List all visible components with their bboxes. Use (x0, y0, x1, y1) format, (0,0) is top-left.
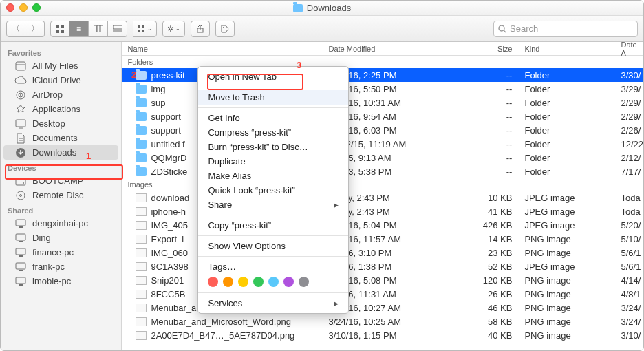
col-date[interactable]: Date Modified (328, 45, 466, 53)
sidebar-item-label: Downloads (32, 147, 76, 158)
context-item[interactable]: Services▶ (198, 296, 348, 310)
file-kind: JPEG image (524, 262, 621, 272)
context-item[interactable]: Quick Look “press-kit” (198, 183, 348, 198)
file-kind: JPEG image (524, 193, 621, 203)
context-item[interactable]: Get Info (198, 111, 348, 125)
minimize-button[interactable] (19, 3, 28, 12)
context-menu: Open in New TabMove to TrashGet InfoComp… (197, 66, 349, 314)
file-date: Today, 2:43 PM (328, 206, 466, 217)
context-item[interactable]: Compress “press-kit” (198, 125, 348, 140)
tags-button[interactable] (215, 21, 235, 37)
sidebar-item-airdrop[interactable]: AirDrop (1, 87, 121, 102)
tag-color[interactable] (283, 277, 294, 287)
search-field[interactable]: Search (493, 21, 638, 37)
sidebar-item-downloads[interactable]: Downloads (3, 145, 118, 160)
context-item[interactable]: Burn “press-kit” to Disc… (198, 140, 348, 154)
tag-color[interactable] (253, 277, 264, 287)
context-item[interactable]: Make Alias (198, 169, 348, 183)
col-name[interactable]: Name (122, 45, 328, 53)
file-date: 5/10/16, 11:57 AM (328, 234, 466, 244)
tag-color[interactable] (238, 277, 248, 287)
context-item[interactable]: Share▶ (198, 198, 348, 212)
action-button[interactable]: ✲ ⌄ (162, 21, 185, 37)
file-size: 23 KB (466, 248, 524, 258)
sidebar-item-applications[interactable]: Applications (1, 102, 121, 116)
context-item-label: Duplicate (208, 156, 245, 167)
forward-button[interactable]: 〉 (25, 21, 45, 37)
file-row[interactable]: 2A00E7D4_B47…_5AE787D04.png3/10/16, 1:15… (122, 328, 643, 342)
sidebar-item-desktop[interactable]: Desktop (1, 116, 121, 131)
svg-rect-10 (138, 25, 140, 28)
zoom-button[interactable] (32, 3, 41, 12)
svg-rect-25 (16, 120, 25, 127)
sidebar-item-bootcamp[interactable]: BOOTCAMP (1, 173, 121, 188)
file-date: 5/20/16, 5:04 PM (328, 220, 466, 231)
context-item[interactable]: Tags… (198, 259, 348, 274)
context-item[interactable]: Open in New Tab (198, 70, 348, 84)
pc-icon (14, 219, 27, 228)
submenu-arrow-icon: ▶ (334, 202, 339, 209)
cloud-icon (14, 76, 27, 85)
col-kind[interactable]: Kind (524, 45, 621, 53)
airdrop-icon (14, 90, 27, 100)
sidebar-item-remote-disc[interactable]: Remote Disc (1, 188, 121, 202)
tag-color[interactable] (268, 277, 279, 287)
context-item[interactable]: Show View Options (198, 239, 348, 253)
svg-rect-41 (19, 270, 23, 271)
tag-color[interactable] (208, 277, 218, 287)
svg-rect-43 (19, 284, 23, 286)
file-size: -- (466, 125, 524, 136)
svg-point-18 (499, 25, 504, 31)
file-date: 3/24/16, 10:27 AM (328, 303, 466, 313)
svg-rect-42 (16, 277, 25, 284)
context-item[interactable]: Copy “press-kit” (198, 218, 348, 233)
view-icon-button[interactable] (50, 21, 69, 37)
sidebar-item-imobie-pc[interactable]: imobie-pc (1, 274, 121, 288)
file-date-added: Toda (621, 206, 643, 217)
back-button[interactable]: 〈 (6, 21, 25, 37)
file-kind: Folder (524, 153, 621, 163)
tag-color[interactable] (299, 277, 309, 287)
file-kind: PNG image (524, 275, 621, 286)
svg-point-32 (17, 191, 25, 200)
sidebar-item-dengxinhai-pc[interactable]: dengxinhai-pc (1, 216, 121, 231)
svg-rect-37 (19, 241, 23, 242)
folder-icon (293, 4, 303, 12)
context-item[interactable]: Move to Trash (198, 90, 348, 105)
file-date-added: 3/24/ (621, 303, 643, 313)
folder-icon (136, 71, 147, 80)
sidebar-item-ding[interactable]: Ding (1, 231, 121, 245)
svg-rect-1 (61, 25, 64, 28)
tag-color[interactable] (223, 277, 233, 287)
context-item[interactable]: Duplicate (198, 154, 348, 169)
file-kind: Folder (524, 167, 621, 177)
sidebar-item-frank-pc[interactable]: frank-pc (1, 259, 121, 274)
sidebar-item-finance-pc[interactable]: finance-pc (1, 245, 121, 259)
file-name: IMG_060 (151, 248, 187, 258)
sidebar-section-header: Shared (1, 202, 121, 216)
sidebar-item-all-my-files[interactable]: All My Files (1, 58, 121, 73)
sidebar-item-documents[interactable]: Documents (1, 131, 121, 145)
col-size[interactable]: Size (466, 45, 524, 53)
view-coverflow-button[interactable] (108, 21, 127, 37)
close-button[interactable] (6, 3, 14, 12)
file-size: 46 KB (466, 303, 524, 313)
sidebar-item-icloud-drive[interactable]: iCloud Drive (1, 73, 121, 87)
context-item-label: Move to Trash (208, 92, 264, 103)
folder-icon (136, 85, 147, 94)
arrange-button[interactable]: ⌄ (133, 21, 157, 37)
file-kind: Folder (524, 111, 621, 122)
file-kind: PNG image (524, 303, 621, 313)
context-separator (198, 235, 348, 236)
view-list-button[interactable]: ≡ (69, 21, 89, 37)
col-date-added[interactable]: Date A (621, 42, 643, 57)
share-button[interactable] (191, 21, 210, 37)
file-name: sup (151, 98, 165, 108)
view-column-button[interactable] (89, 21, 108, 37)
sidebar-item-label: Documents (32, 133, 78, 143)
file-list[interactable]: Folderspress-kit3/30/16, 2:25 PM--Folder… (122, 56, 643, 350)
svg-rect-30 (16, 178, 25, 185)
file-name: untitled f (151, 139, 184, 149)
file-row[interactable]: Menubar_and_Microsoft_Word.png3/24/16, 1… (122, 315, 643, 328)
file-name: Export_i (151, 234, 184, 244)
